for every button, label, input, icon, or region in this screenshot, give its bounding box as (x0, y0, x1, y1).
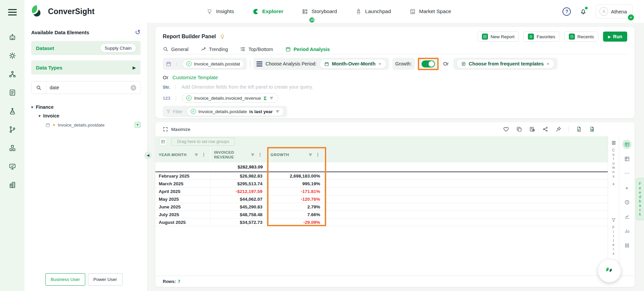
table-row[interactable]: February 2025$26,982.832,698,183.00% (155, 172, 608, 180)
duplicate-icon[interactable] (516, 126, 522, 132)
header-year-month[interactable]: YEAR-MONTH ⋮ (155, 147, 211, 162)
run-button[interactable]: ▶ Run (603, 32, 627, 42)
new-report-button[interactable]: New Report (478, 32, 519, 42)
notifications-bell-icon[interactable] (580, 8, 587, 15)
dataset-section[interactable]: Dataset Supply Chain (31, 41, 141, 55)
table-row[interactable]: April 2025-$212,197.59-171.81% (155, 188, 608, 195)
tab-period-analysis[interactable]: Period Analysis (285, 44, 330, 54)
add-column-icon[interactable]: + (612, 181, 615, 187)
flask-icon[interactable] (8, 107, 16, 115)
field-filter-icon[interactable] (275, 109, 280, 114)
share-icon[interactable] (542, 126, 548, 132)
dimension-row[interactable]: Str. ⋮ Add Dimension fields from the lef… (163, 84, 627, 90)
tree-node-finance[interactable]: ▾ Finance (31, 103, 141, 111)
assistant-chat-bubble[interactable] (598, 259, 621, 282)
table-row[interactable]: August 2025$34,572.73-29.09% (155, 219, 608, 226)
period-field-chip[interactable]: ✓ Invoice_details.postdat (182, 59, 244, 68)
nav-storyboard[interactable]: Storyboard 15 (301, 8, 337, 15)
filter-condition-chip[interactable]: ✓ Invoice_details.postdate is last year (187, 107, 284, 116)
analysis-period-dropdown[interactable]: Month-Over-Month ▼ (319, 59, 386, 69)
table-row[interactable]: March 2025$295,513.74995.19% (155, 180, 608, 188)
table-row[interactable]: July 2025$48,758.487.66% (155, 211, 608, 219)
pin-icon[interactable] (555, 126, 561, 132)
apps-grid-icon[interactable] (622, 241, 632, 250)
result-table: YEAR-MONTH ⋮ INVOICED REVENUE ⋮ GROWTH ⋮ (155, 147, 608, 226)
applied-filter-icon[interactable]: ▼ (135, 122, 141, 128)
schedule-icon[interactable] (529, 126, 535, 132)
column-filter-icon[interactable] (194, 152, 199, 157)
dataset-value-pill[interactable]: Supply Chain (100, 44, 136, 52)
filters-tab[interactable]: Filters (611, 217, 616, 256)
help-icon[interactable]: ? (562, 7, 571, 16)
tab-general[interactable]: General (163, 44, 189, 54)
nav-launchpad[interactable]: Launchpad (355, 8, 391, 15)
field-filter-icon[interactable] (269, 96, 274, 100)
excel-export-icon[interactable] (589, 126, 595, 132)
tab-top-bottom[interactable]: Top/Bottom (240, 44, 273, 54)
line-chart-icon[interactable] (622, 212, 632, 221)
more-options-icon[interactable]: ⋯ (622, 168, 632, 178)
growth-cell: 7.66% (267, 211, 325, 218)
search-input[interactable] (46, 85, 131, 90)
report-tabs: General Trending Top/Bottom Period (163, 44, 627, 54)
column-menu-icon[interactable]: ⋮ (202, 152, 206, 157)
table-row[interactable]: May 2025$44,062.07-120.76% (155, 195, 608, 203)
org-chart-icon[interactable] (8, 70, 16, 78)
git-branch-icon[interactable] (8, 126, 16, 134)
tree-node-invoice[interactable]: ▾ Invoice (31, 111, 141, 120)
add-visual-icon[interactable]: + (622, 183, 632, 192)
growth-cell: 995.19% (267, 180, 325, 187)
column-menu-icon[interactable]: ⋮ (258, 152, 263, 157)
assistant-bot-icon[interactable] (8, 33, 16, 41)
header-empty (325, 147, 608, 162)
aggregation-sigma-icon[interactable]: Σ (263, 95, 266, 101)
nav-market-space[interactable]: Market Space (409, 8, 451, 15)
column-filter-icon[interactable] (250, 152, 255, 157)
table-view-icon[interactable] (622, 140, 632, 149)
building-icon[interactable] (8, 181, 16, 189)
settings-gear-icon[interactable] (8, 52, 16, 60)
tree-leaf-postdate[interactable]: ★ Invoice_details.postdate ▼ (31, 120, 141, 130)
column-menu-icon[interactable]: ⋮ (316, 152, 320, 157)
table-row[interactable]: June 2025$45,290.832.79% (155, 203, 608, 211)
data-types-section[interactable]: Data Types ▶ (31, 60, 141, 75)
funnel-icon (166, 109, 171, 114)
caret-down-icon: ▾ (39, 114, 41, 118)
clear-search-icon[interactable]: ✕ (131, 85, 136, 91)
drag-handle-icon[interactable]: ⋮ (175, 61, 179, 66)
pivot-view-icon[interactable] (622, 154, 632, 163)
nav-insights[interactable]: Insights (206, 8, 234, 15)
bar-chart-icon[interactable] (622, 226, 632, 236)
menu-toggle-icon[interactable] (8, 7, 17, 17)
growth-toggle[interactable] (422, 60, 435, 67)
panel-collapse-icon[interactable]: ◀ (145, 152, 151, 158)
business-user-button[interactable]: Business User (45, 273, 85, 286)
header-invoiced-revenue[interactable]: INVOICED REVENUE ⋮ (211, 147, 267, 162)
nav-explorer[interactable]: Explorer (252, 8, 283, 15)
recents-button[interactable]: Recents (564, 32, 599, 42)
header-growth[interactable]: GROWTH ⋮ (267, 147, 325, 162)
brand-logo[interactable]: ConverSight (30, 4, 95, 19)
history-clock-icon[interactable] (622, 197, 632, 207)
drag-handle-icon[interactable]: ⋮ (174, 96, 179, 101)
tab-trending[interactable]: Trending (201, 44, 228, 54)
user-menu[interactable]: Athena ▼ (596, 4, 633, 18)
row-group-dropzone[interactable]: Drag here to set row groups (155, 136, 608, 147)
favorite-heart-icon[interactable] (503, 126, 509, 132)
columns-tab[interactable]: Columns + (611, 140, 616, 187)
blocks-icon[interactable] (8, 144, 16, 152)
refresh-icon[interactable]: ↻ (135, 29, 141, 36)
favorites-button[interactable]: Favorites (524, 32, 560, 42)
form-document-icon[interactable] (8, 89, 16, 97)
customize-template-link[interactable]: Customize Template (172, 75, 218, 80)
maximize-button[interactable]: Maximize (163, 127, 190, 132)
measure-field-chip[interactable]: ✓ Invoice_details.invoiced_revenue Σ (182, 93, 279, 103)
frequent-templates-dropdown[interactable]: Choose from frequent templates ▼ (456, 59, 554, 69)
tip-bulb-icon[interactable] (219, 34, 226, 40)
column-filter-icon[interactable] (308, 152, 313, 157)
pdf-export-icon[interactable] (576, 126, 582, 132)
period-analysis-controls: ⋮ ✓ Invoice_details.postdat Choose Analy… (163, 58, 627, 70)
power-user-button[interactable]: Power User (88, 273, 122, 286)
feedback-tab[interactable]: Feedback (636, 178, 644, 220)
monitor-check-icon[interactable] (8, 162, 16, 171)
